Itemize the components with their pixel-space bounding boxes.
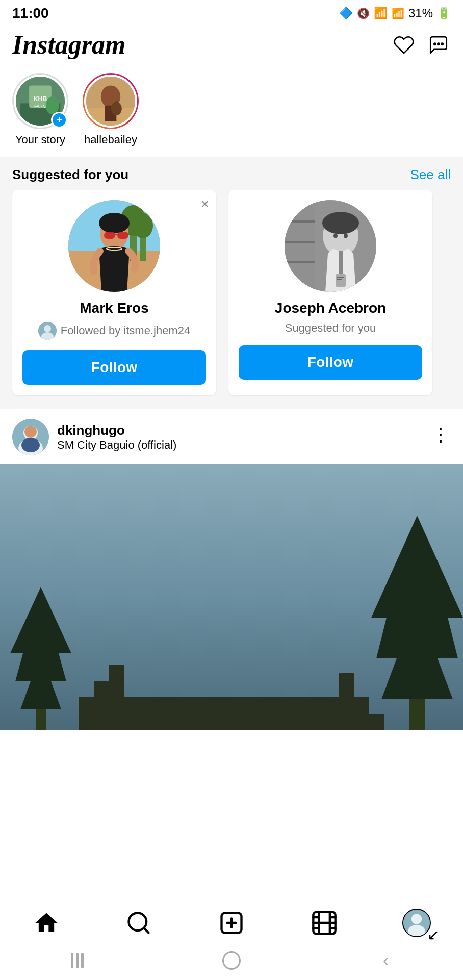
svg-point-47 [24,426,37,438]
suggested-header: Suggested for you See all [0,157,463,190]
svg-rect-43 [337,279,342,280]
svg-point-2 [441,43,443,45]
post-location[interactable]: SM City Baguio (official) [57,438,176,452]
status-bar: 11:00 🔷 🔇 📶 📶 31% 🔋 [0,0,463,24]
add-story-button[interactable]: + [51,112,67,128]
create-nav-button[interactable] [215,906,248,939]
instagram-logo: Instagram [12,30,126,60]
svg-marker-49 [371,516,463,699]
your-story-label: Your story [15,133,65,146]
hallebailey-label: hallebailey [84,133,137,146]
svg-rect-23 [104,232,115,239]
post-more-options-button[interactable]: ⋮ [431,430,451,444]
suggested-card-mark-eros: × [12,190,216,395]
reels-nav-button[interactable] [308,906,341,939]
svg-rect-50 [409,699,425,730]
wifi-icon: 📶 [374,7,388,20]
feed-post: dkinghugo SM City Baguio (official) ⋮ [0,405,463,730]
gesture-line-3 [81,953,84,968]
pine-tree-left [10,587,71,730]
svg-rect-33 [285,220,315,223]
hallebailey-avatar-wrap[interactable] [83,73,139,129]
gesture-circle [222,951,241,970]
svg-rect-41 [336,274,346,287]
profile-nav-avatar [402,909,431,937]
nav-gesture-row: ‹ [0,945,463,980]
joseph-acebron-suggested-text: Suggested for you [285,322,376,335]
mute-icon: 🔇 [357,7,370,19]
svg-line-54 [144,928,148,933]
battery-percent: 31% [408,6,433,20]
svg-point-0 [438,43,440,45]
svg-point-48 [21,438,40,452]
svg-point-1 [434,43,436,45]
svg-point-28 [44,325,51,332]
stories-row: KHB FARM + Your story [0,68,463,157]
hallebailey-avatar [84,75,137,128]
close-card-mark-eros[interactable]: × [201,197,209,211]
notifications-button[interactable] [392,33,416,57]
svg-marker-51 [10,587,71,709]
suggested-title: Suggested for you [12,167,128,183]
your-story-avatar-wrap[interactable]: KHB FARM + [12,73,68,129]
post-header: dkinghugo SM City Baguio (official) ⋮ [0,409,463,464]
svg-rect-34 [285,241,315,243]
itsme-jhem24-avatar [38,322,57,340]
gesture-back-chevron: ‹ [383,950,389,971]
header-actions [392,33,451,57]
status-time: 11:00 [12,5,49,21]
joseph-acebron-name: Joseph Acebron [275,300,386,316]
search-nav-button[interactable] [122,906,155,939]
svg-point-60 [411,914,422,924]
svg-rect-14 [116,101,118,110]
home-nav-button[interactable] [30,906,63,939]
mark-eros-followed-by: Followed by itsme.jhem24 [61,324,190,337]
svg-rect-35 [285,261,315,263]
app-header: Instagram [0,24,463,68]
svg-point-38 [333,233,338,238]
svg-rect-25 [115,234,118,235]
see-all-button[interactable]: See all [410,167,451,183]
story-item-hallebailey[interactable]: hallebailey [83,73,139,146]
gesture-line-1 [71,953,73,968]
suggested-card-joseph-acebron: Joseph Acebron Suggested for you Follow [228,190,432,395]
profile-nav-button[interactable]: ↙ [400,906,433,939]
svg-text:FARM: FARM [34,104,46,109]
signal-icon: 📶 [392,7,404,19]
post-user-text: dkinghugo SM City Baguio (official) [57,423,176,452]
joseph-acebron-avatar [285,200,376,292]
gesture-back-button[interactable]: ‹ [371,950,401,971]
bottom-nav: ↙ ‹ [0,898,463,980]
post-image [0,464,463,730]
svg-rect-42 [337,277,344,278]
battery-icon: 🔋 [437,7,451,20]
bluetooth-icon: 🔷 [339,7,353,20]
svg-point-20 [133,213,153,238]
hallebailey-ring [83,73,139,129]
svg-rect-24 [117,232,128,239]
mark-eros-avatar [68,200,160,292]
svg-text:KHB: KHB [34,95,47,103]
dkinghugo-avatar[interactable] [12,419,49,455]
gesture-menu-button[interactable] [62,950,92,971]
follow-mark-eros-button[interactable]: Follow [22,350,206,385]
svg-point-39 [344,233,348,238]
gesture-line-2 [76,953,79,968]
post-username[interactable]: dkinghugo [57,423,176,438]
mark-eros-name: Mark Eros [80,300,148,316]
svg-point-22 [99,213,130,233]
story-item-your-story[interactable]: KHB FARM + Your story [12,73,68,146]
svg-rect-32 [285,200,315,292]
svg-point-37 [322,212,359,234]
suggested-cards: × [0,190,463,405]
post-user-info: dkinghugo SM City Baguio (official) [12,419,176,455]
nav-icons-row: ↙ [0,898,463,945]
mark-eros-follow-info: Followed by itsme.jhem24 [38,322,190,340]
status-icons: 🔷 🔇 📶 📶 31% 🔋 [339,6,451,20]
messages-button[interactable] [426,33,451,57]
svg-rect-40 [339,251,343,277]
follow-joseph-button[interactable]: Follow [239,345,422,380]
pine-tree-right [371,516,463,730]
gesture-lines [71,953,84,968]
gesture-home-button[interactable] [216,950,247,971]
